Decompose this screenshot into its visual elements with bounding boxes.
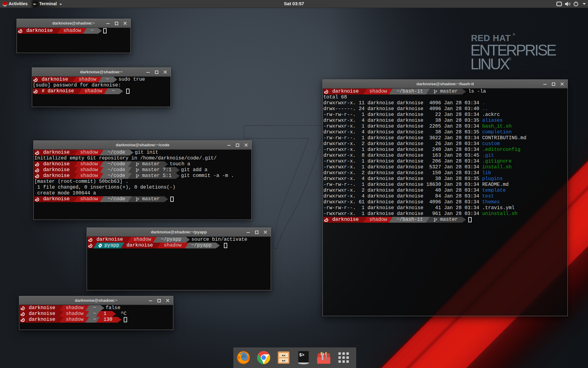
svg-text:®: ® (508, 57, 511, 61)
svg-text:®: ® (513, 33, 515, 36)
svg-text:LINUX: LINUX (470, 56, 510, 73)
svg-text:$>: $> (299, 353, 304, 358)
